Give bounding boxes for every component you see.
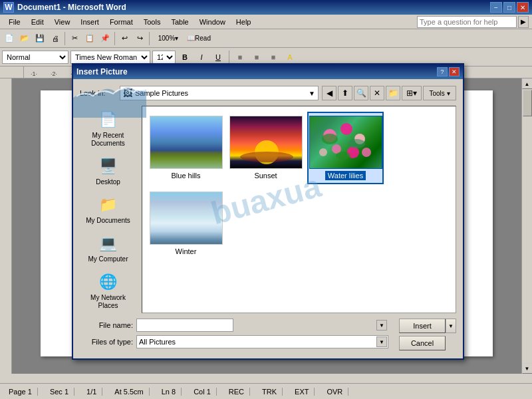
files-of-type-wrap: All Pictures ▼ — [136, 335, 388, 348]
files-of-type-arrow[interactable]: ▼ — [376, 336, 387, 347]
thumbnail-water-lilies — [309, 116, 382, 169]
sidebar-my-computer[interactable]: 💻 My Computer — [82, 229, 135, 267]
word-container: Ngoài c... phép ch... đĩa CD/... Khi mu.… — [0, 78, 532, 374]
file-name-dropdown[interactable]: ▼ — [376, 320, 387, 331]
sidebar-desktop[interactable]: 🖥️ Desktop — [82, 152, 135, 190]
file-item-winter[interactable]: Winter — [148, 188, 224, 260]
cancel-button[interactable]: Cancel — [399, 336, 446, 350]
svg-point-1 — [240, 152, 293, 162]
bottom-fields: File name: ▼ Files of type: — [80, 319, 456, 352]
insert-picture-dialog: Insert Picture ? ✕ Look in: 🖼 Sample Pic… — [72, 63, 464, 360]
my-computer-label: My Computer — [88, 255, 128, 263]
dialog-close-button[interactable]: ✕ — [449, 67, 460, 76]
thumbnail-sunset — [229, 116, 303, 169]
thumbnail-winter — [150, 192, 223, 245]
files-of-type-row: Files of type: All Pictures ▼ — [80, 335, 388, 348]
files-of-type-select[interactable]: All Pictures — [136, 335, 388, 348]
nav-delete-button[interactable]: ✕ — [370, 86, 384, 100]
svg-point-8 — [362, 148, 371, 157]
views-button[interactable]: ⊞▾ — [402, 86, 422, 100]
files-of-type-label: Files of type: — [80, 338, 133, 346]
file-item-blue-hills[interactable]: Blue hills — [148, 112, 224, 184]
look-in-dropdown-icon: ▼ — [309, 90, 315, 97]
svg-point-3 — [340, 123, 352, 135]
network-label: My Network Places — [84, 294, 133, 310]
network-icon: 🌐 — [98, 271, 119, 293]
svg-point-11 — [336, 152, 350, 160]
file-label-winter: Winter — [173, 247, 200, 256]
thumbnail-blue-hills — [150, 116, 223, 169]
dialog-help-button[interactable]: ? — [437, 67, 448, 76]
file-item-water-lilies[interactable]: Water lilies — [307, 112, 384, 184]
water-lilies-image — [310, 116, 382, 169]
sunset-image — [230, 116, 302, 169]
file-name-wrap: ▼ — [136, 319, 388, 332]
svg-point-10 — [348, 139, 365, 148]
desktop-label: Desktop — [96, 178, 120, 186]
desktop-icon: 🖥️ — [98, 156, 119, 177]
insert-button[interactable]: Insert — [399, 319, 446, 333]
sidebar-network[interactable]: 🌐 My Network Places — [82, 268, 135, 313]
svg-point-7 — [319, 148, 327, 156]
nav-icons: ◀ ⬆ 🔍 ✕ 📁 ⊞▾ Tools ▾ — [322, 86, 456, 100]
winter-image — [150, 192, 222, 245]
nav-back-button[interactable]: ◀ — [322, 86, 336, 100]
dialog-main: 📄 My Recent Documents 🖥️ Desktop 📁 My Do… — [80, 106, 456, 313]
recent-docs-label: My Recent Documents — [84, 132, 133, 148]
file-label-blue-hills: Blue hills — [168, 171, 203, 180]
file-grid[interactable]: Blue hills — [142, 106, 456, 313]
blue-hills-image — [150, 116, 222, 169]
sidebar-my-documents[interactable]: 📁 My Documents — [82, 191, 135, 228]
look-in-select[interactable]: 🖼 Sample Pictures ▼ — [120, 86, 319, 100]
new-folder-button[interactable]: 📁 — [386, 86, 400, 100]
file-name-label: File name: — [80, 321, 133, 329]
dialog-sidebar: 📄 My Recent Documents 🖥️ Desktop 📁 My Do… — [80, 106, 136, 313]
file-name-row: File name: ▼ — [80, 319, 388, 332]
dialog-action-buttons: Insert ▼ Cancel — [399, 319, 456, 352]
search-web-button[interactable]: 🔍 — [354, 86, 368, 100]
dialog-overlay: Insert Picture ? ✕ Look in: 🖼 Sample Pic… — [0, 0, 532, 399]
my-documents-icon: 📁 — [98, 194, 119, 215]
svg-point-9 — [322, 134, 338, 144]
dialog-title-buttons: ? ✕ — [437, 67, 460, 76]
dialog-body: Look in: 🖼 Sample Pictures ▼ ◀ ⬆ 🔍 ✕ 📁 ⊞… — [73, 79, 463, 358]
file-label-water-lilies: Water lilies — [325, 171, 366, 180]
nav-up-button[interactable]: ⬆ — [338, 86, 352, 100]
insert-dropdown-arrow[interactable]: ▼ — [446, 319, 456, 333]
file-item-sunset[interactable]: Sunset — [227, 112, 304, 184]
dialog-bottom: File name: ▼ Files of type: — [80, 319, 456, 352]
file-fields: File name: ▼ Files of type: — [80, 319, 388, 352]
file-name-input[interactable] — [136, 319, 233, 332]
my-computer-icon: 💻 — [98, 233, 119, 254]
tools-menu-button[interactable]: Tools ▾ — [423, 86, 456, 100]
my-documents-label: My Documents — [86, 217, 130, 225]
insert-button-wrap: Insert ▼ — [399, 319, 456, 333]
file-label-sunset: Sunset — [251, 171, 279, 180]
